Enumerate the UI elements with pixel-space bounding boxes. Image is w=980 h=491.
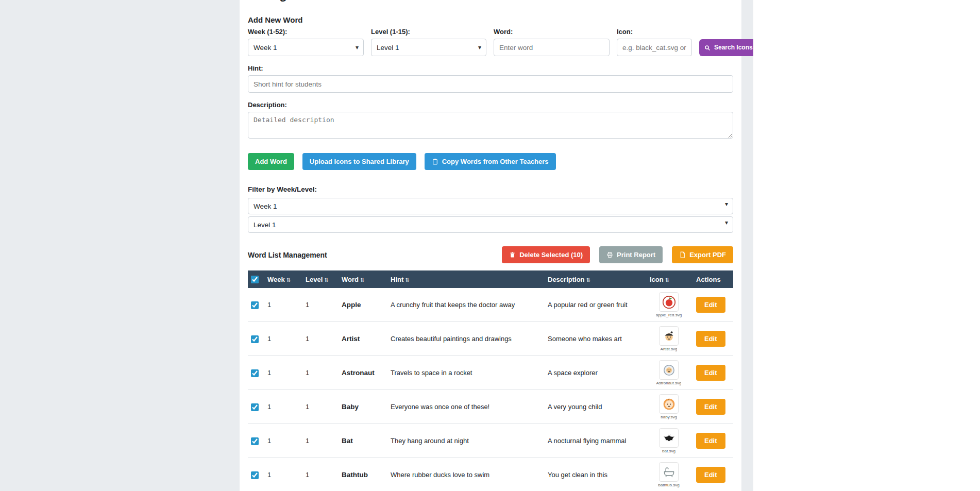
word-table: Week⇅Level⇅Word⇅Hint⇅Description⇅Icon⇅Ac… [248,270,733,491]
page-title: Manage Words [248,0,733,2]
app-background: Manage Words Add New Word Week (1-52): W… [0,0,753,491]
sort-icon: ⇅ [286,277,291,283]
row-checkbox[interactable] [251,369,259,377]
filter-label: Filter by Week/Level: [248,185,733,194]
hint-cell: They hang around at night [386,424,544,458]
column-header-word[interactable]: Word⇅ [337,270,386,288]
table-header-row: Week⇅Level⇅Word⇅Hint⇅Description⇅Icon⇅Ac… [248,270,733,288]
management-title: Word List Management [248,251,327,259]
week-cell: 1 [263,424,301,458]
hint-cell: Where rubber ducks love to swim [386,458,544,491]
edit-button[interactable]: Edit [696,399,725,415]
week-cell: 1 [263,288,301,322]
select-all-checkbox[interactable] [251,276,259,283]
print-report-button[interactable]: Print Report [599,246,663,263]
level-cell: 1 [301,288,337,322]
level-select[interactable]: Level 1 [371,39,486,56]
bat-icon [659,428,679,448]
table-row: 11BabyEveryone was once one of these!A v… [248,390,733,424]
edit-button[interactable]: Edit [696,365,725,381]
sort-icon: ⇅ [324,277,328,283]
description-cell: A space explorer [544,356,646,390]
week-cell: 1 [263,356,301,390]
week-cell: 1 [263,458,301,491]
copy-words-button[interactable]: Copy Words from Other Teachers [425,153,556,170]
word-cell: Apple [337,288,386,322]
edit-button[interactable]: Edit [696,433,725,449]
hint-cell: Creates beautiful paintings and drawings [386,322,544,356]
document-icon [679,251,686,258]
filter-week-select[interactable]: Week 1 [248,198,733,214]
row-checkbox[interactable] [251,403,259,411]
word-cell: Artist [337,322,386,356]
level-cell: 1 [301,356,337,390]
hint-cell: A crunchy fruit that keeps the doctor aw… [386,288,544,322]
upload-icons-button[interactable]: Upload Icons to Shared Library [302,153,416,170]
apple-icon [659,292,679,312]
select-all-header [248,270,263,288]
hint-cell: Everyone was once one of these! [386,390,544,424]
delete-selected-button[interactable]: Delete Selected (10) [502,246,590,263]
table-row: 11BathtubWhere rubber ducks love to swim… [248,458,733,491]
icon-filename: Artist.svg [661,347,678,351]
sort-icon: ⇅ [586,277,590,283]
row-checkbox[interactable] [251,437,259,445]
week-label: Week (1-52): [248,28,364,36]
hint-label: Hint: [248,64,733,72]
edit-button[interactable]: Edit [696,331,725,347]
bathtub-icon [659,462,679,482]
baby-icon [659,394,679,414]
form-actions: Add Word Upload Icons to Shared Library … [248,153,733,170]
hint-input[interactable] [248,75,733,93]
column-header-level[interactable]: Level⇅ [301,270,337,288]
row-checkbox[interactable] [251,301,259,309]
sort-icon: ⇅ [405,277,409,283]
trash-icon [509,251,516,258]
week-cell: 1 [263,390,301,424]
add-word-form-row: Week (1-52): Week 1 Level (1-15): Level … [248,28,733,56]
description-cell: A popular red or green fruit [544,288,646,322]
word-input[interactable] [494,39,610,56]
row-checkbox[interactable] [251,335,259,343]
description-textarea[interactable] [248,112,733,139]
row-checkbox[interactable] [251,471,259,479]
search-icon [704,45,711,51]
add-new-word-title: Add New Word [248,15,733,25]
word-cell: Bathtub [337,458,386,491]
week-select[interactable]: Week 1 [248,39,364,56]
edit-button[interactable]: Edit [696,467,725,483]
content-card: Manage Words Add New Word Week (1-52): W… [240,0,741,491]
column-header-description[interactable]: Description⇅ [544,270,646,288]
level-cell: 1 [301,458,337,491]
icon-filename: bat.svg [662,449,675,453]
hint-cell: Travels to space in a rocket [386,356,544,390]
icon-filename: bathtub.svg [658,483,679,487]
sort-icon: ⇅ [665,277,669,283]
table-row: 11AstronautTravels to space in a rocketA… [248,356,733,390]
column-header-icon[interactable]: Icon⇅ [646,270,692,288]
word-cell: Baby [337,390,386,424]
description-cell: A nocturnal flying mammal [544,424,646,458]
description-cell: You get clean in this [544,458,646,491]
icon-input[interactable] [617,39,692,56]
table-row: 11AppleA crunchy fruit that keeps the do… [248,288,733,322]
artist-icon [659,326,679,346]
level-cell: 1 [301,424,337,458]
word-cell: Bat [337,424,386,458]
clipboard-icon [432,158,438,165]
add-word-button[interactable]: Add Word [248,153,294,170]
edit-button[interactable]: Edit [696,297,725,313]
filter-level-select[interactable]: Level 1 [248,216,733,233]
word-label: Word: [494,28,610,36]
level-cell: 1 [301,322,337,356]
column-header-week[interactable]: Week⇅ [263,270,301,288]
column-header-hint[interactable]: Hint⇅ [386,270,544,288]
search-icons-button[interactable]: Search Icons [699,39,753,56]
export-pdf-button[interactable]: Export PDF [672,246,733,263]
sort-icon: ⇅ [360,277,364,283]
icon-label: Icon: [617,28,692,36]
level-cell: 1 [301,390,337,424]
description-cell: A very young child [544,390,646,424]
word-cell: Astronaut [337,356,386,390]
management-header: Word List Management Delete Selected (10… [248,246,733,263]
